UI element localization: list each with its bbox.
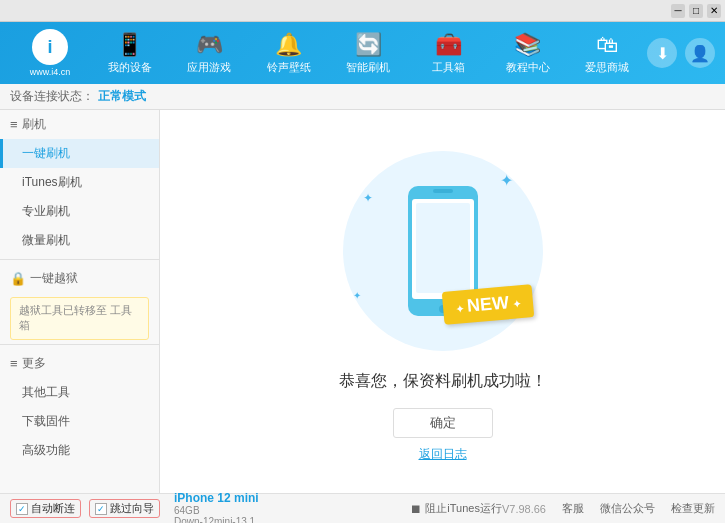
device-name: iPhone 12 mini — [174, 491, 259, 505]
logo-site-text: www.i4.cn — [30, 67, 71, 77]
sidebar-item-one-click-flash[interactable]: 一键刷机 — [0, 139, 159, 168]
more-group-header: ≡ 更多 — [0, 349, 159, 378]
user-button[interactable]: 👤 — [685, 38, 715, 68]
stop-label: 阻止iTunes运行 — [425, 501, 502, 516]
jailbreak-section: 🔒 一键越狱 越狱工具已转移至 工具箱 — [0, 264, 159, 340]
logo[interactable]: i www.i4.cn — [10, 28, 90, 78]
confirm-button[interactable]: 确定 — [393, 408, 493, 438]
more-icon: ≡ — [10, 356, 18, 371]
flash-group-header: ≡ 刷机 — [0, 110, 159, 139]
skip-wizard-checkbox[interactable]: ✓ 跳过向导 — [89, 499, 160, 518]
nav-smart-flash[interactable]: 🔄 智能刷机 — [338, 26, 398, 81]
wipe-flash-label: 微量刷机 — [22, 233, 70, 247]
sidebar-divider-2 — [0, 344, 159, 345]
my-device-icon: 📱 — [116, 32, 143, 58]
sidebar-item-download-firmware[interactable]: 下载固件 — [0, 407, 159, 436]
nav-apps-games[interactable]: 🎮 应用游戏 — [179, 26, 239, 81]
sidebar-item-wipe-flash[interactable]: 微量刷机 — [0, 226, 159, 255]
sidebar-item-advanced[interactable]: 高级功能 — [0, 436, 159, 465]
sparkle-1: ✦ — [500, 171, 513, 190]
sidebar-item-itunes-flash[interactable]: iTunes刷机 — [0, 168, 159, 197]
header: i www.i4.cn 📱 我的设备 🎮 应用游戏 🔔 铃声壁纸 🔄 智能刷机 … — [0, 22, 725, 84]
bottom-left: ✓ 自动断连 ✓ 跳过向导 iPhone 12 mini 64GB Down-1… — [10, 491, 410, 524]
nav-my-device-label: 我的设备 — [108, 60, 152, 75]
sidebar-item-other-tools[interactable]: 其他工具 — [0, 378, 159, 407]
nav-my-device[interactable]: 📱 我的设备 — [100, 26, 160, 81]
nav-right-controls: ⬇ 👤 — [647, 38, 715, 68]
device-info: iPhone 12 mini 64GB Down-12mini-13,1 — [174, 491, 259, 524]
pro-flash-label: 专业刷机 — [22, 204, 70, 218]
device-storage: 64GB — [174, 505, 259, 516]
nav-tutorial-label: 教程中心 — [506, 60, 550, 75]
jailbreak-group-label: 一键越狱 — [30, 270, 78, 287]
version-text: V7.98.66 — [502, 503, 546, 515]
jailbreak-group-header: 🔒 一键越狱 — [0, 264, 159, 293]
more-section: ≡ 更多 其他工具 下载固件 高级功能 — [0, 349, 159, 465]
nav-toolbox[interactable]: 🧰 工具箱 — [418, 26, 478, 81]
nav-ringtone[interactable]: 🔔 铃声壁纸 — [259, 26, 319, 81]
illustration-circle: NEW ✦ ✦ ✦ — [343, 151, 543, 351]
title-bar: ─ □ ✕ — [0, 0, 725, 22]
nav-app-store-label: 爱思商城 — [585, 60, 629, 75]
jailbreak-warning-text: 越狱工具已转移至 工具箱 — [19, 304, 132, 331]
sidebar-item-pro-flash[interactable]: 专业刷机 — [0, 197, 159, 226]
nav-tutorial[interactable]: 📚 教程中心 — [498, 26, 558, 81]
nav-toolbox-label: 工具箱 — [432, 60, 465, 75]
auto-disconnect-check-icon: ✓ — [16, 503, 28, 515]
flash-section: ≡ 刷机 一键刷机 iTunes刷机 专业刷机 微量刷机 — [0, 110, 159, 255]
nav-bar: 📱 我的设备 🎮 应用游戏 🔔 铃声壁纸 🔄 智能刷机 🧰 工具箱 📚 教程中心… — [90, 26, 647, 81]
jailbreak-warning: 越狱工具已转移至 工具箱 — [10, 297, 149, 340]
app-store-icon: 🛍 — [596, 32, 618, 58]
stop-icon: ⏹ — [410, 502, 422, 516]
go-back-link[interactable]: 返回日志 — [419, 446, 467, 463]
sidebar-divider-1 — [0, 259, 159, 260]
stop-itunes[interactable]: ⏹ 阻止iTunes运行 — [410, 501, 502, 516]
device-model: Down-12mini-13,1 — [174, 516, 259, 524]
download-button[interactable]: ⬇ — [647, 38, 677, 68]
nav-apps-games-label: 应用游戏 — [187, 60, 231, 75]
download-firmware-label: 下载固件 — [22, 414, 70, 428]
success-text: 恭喜您，保资料刷机成功啦！ — [339, 371, 547, 392]
smart-flash-icon: 🔄 — [355, 32, 382, 58]
tutorial-icon: 📚 — [514, 32, 541, 58]
nav-ringtone-label: 铃声壁纸 — [267, 60, 311, 75]
other-tools-label: 其他工具 — [22, 385, 70, 399]
skip-wizard-label: 跳过向导 — [110, 501, 154, 516]
minimize-button[interactable]: ─ — [671, 4, 685, 18]
nav-smart-flash-label: 智能刷机 — [346, 60, 390, 75]
main-area: ≡ 刷机 一键刷机 iTunes刷机 专业刷机 微量刷机 🔒 一键越狱 — [0, 110, 725, 493]
skip-wizard-check-icon: ✓ — [95, 503, 107, 515]
status-bar: 设备连接状态： 正常模式 — [0, 84, 725, 110]
status-label: 设备连接状态： — [10, 88, 94, 105]
toolbox-icon: 🧰 — [435, 32, 462, 58]
sidebar: ≡ 刷机 一键刷机 iTunes刷机 专业刷机 微量刷机 🔒 一键越狱 — [0, 110, 160, 493]
flash-group-icon: ≡ — [10, 117, 18, 132]
nav-app-store[interactable]: 🛍 爱思商城 — [577, 26, 637, 81]
auto-disconnect-label: 自动断连 — [31, 501, 75, 516]
svg-rect-2 — [433, 189, 453, 193]
new-badge: NEW — [441, 284, 534, 325]
apps-games-icon: 🎮 — [196, 32, 223, 58]
sparkle-3: ✦ — [353, 290, 361, 301]
auto-disconnect-checkbox[interactable]: ✓ 自动断连 — [10, 499, 81, 518]
sparkle-2: ✦ — [363, 191, 373, 205]
more-group-label: 更多 — [22, 355, 46, 372]
maximize-button[interactable]: □ — [689, 4, 703, 18]
bottom-bar: ✓ 自动断连 ✓ 跳过向导 iPhone 12 mini 64GB Down-1… — [0, 493, 725, 523]
one-click-flash-label: 一键刷机 — [22, 146, 70, 160]
ringtone-icon: 🔔 — [275, 32, 302, 58]
lock-icon: 🔒 — [10, 271, 26, 286]
content-area: NEW ✦ ✦ ✦ 恭喜您，保资料刷机成功啦！ 确定 返回日志 — [160, 110, 725, 493]
close-button[interactable]: ✕ — [707, 4, 721, 18]
itunes-flash-label: iTunes刷机 — [22, 175, 82, 189]
flash-group-label: 刷机 — [22, 116, 46, 133]
advanced-label: 高级功能 — [22, 443, 70, 457]
update-link[interactable]: 检查更新 — [671, 501, 715, 516]
wechat-link[interactable]: 微信公众号 — [600, 501, 655, 516]
svg-rect-4 — [416, 203, 470, 293]
bottom-right: V7.98.66 客服 微信公众号 检查更新 — [502, 501, 715, 516]
status-value: 正常模式 — [98, 88, 146, 105]
success-illustration: NEW ✦ ✦ ✦ — [333, 141, 553, 361]
service-link[interactable]: 客服 — [562, 501, 584, 516]
logo-icon: i — [32, 29, 68, 65]
